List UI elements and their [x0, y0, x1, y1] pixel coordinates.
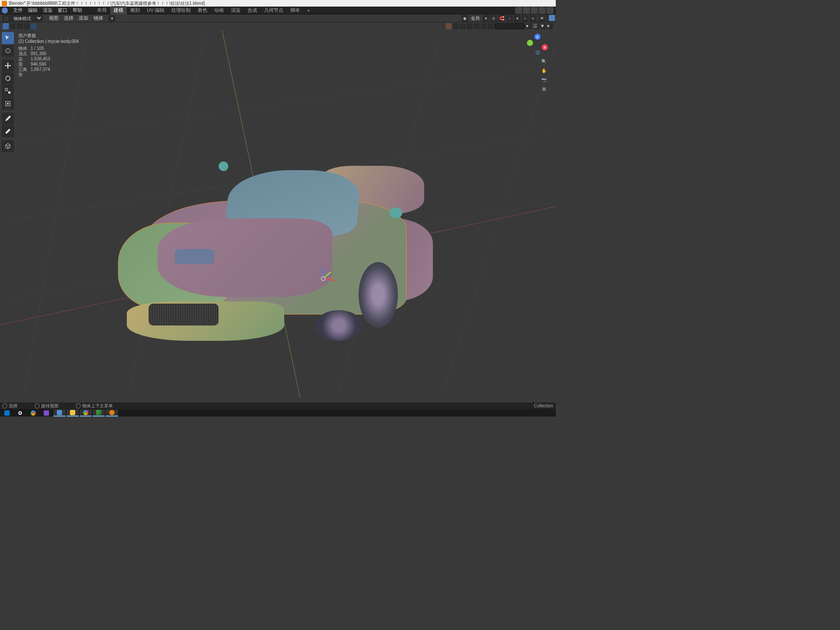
scene-button-icon[interactable] — [515, 7, 522, 14]
select-mode-5-icon[interactable] — [31, 23, 37, 29]
tool-move[interactable] — [2, 60, 14, 72]
header-object[interactable]: 物体 — [91, 14, 106, 22]
tool-rotate[interactable] — [2, 72, 14, 84]
tool-measure[interactable] — [2, 125, 14, 137]
start-button[interactable] — [1, 410, 13, 416]
car-3d-model[interactable] — [101, 157, 442, 350]
folder-icon — [70, 410, 75, 415]
mode-dropdown[interactable]: 物体模式 — [10, 15, 43, 21]
select-mode-1-icon[interactable] — [3, 23, 9, 29]
menu-edit[interactable]: 编辑 — [25, 6, 40, 14]
filter-dropdown-icon[interactable]: ▾ — [547, 23, 553, 29]
refresh-icon[interactable] — [539, 7, 546, 14]
tool-transform[interactable] — [2, 98, 14, 110]
nav-axis-x[interactable]: X — [542, 44, 548, 50]
workspace-shading[interactable]: 着色 — [194, 6, 211, 14]
select-mode-4-icon[interactable] — [24, 23, 30, 29]
navigation-gizmo[interactable]: Z X — [527, 34, 548, 55]
window-title-text: Blender* [F:\bbbbbblllllllll\工程文件！！！！！！！… — [9, 0, 205, 7]
workspace-compositing[interactable]: 合成 — [244, 6, 261, 14]
global-label[interactable]: 全局 — [469, 15, 481, 21]
perspective-label: 用户透视 — [18, 33, 79, 38]
wireframe-icon[interactable] — [474, 23, 480, 29]
transform-orientation-icon[interactable]: ◉ — [461, 15, 468, 22]
filter-funnel-icon[interactable]: ▼ — [540, 23, 546, 29]
proportional-icon[interactable]: ○ — [522, 15, 529, 22]
header-view[interactable]: 视图 — [46, 14, 61, 22]
perspective-toggle-icon[interactable]: ⊞ — [540, 85, 548, 93]
taskbar-app-2[interactable] — [40, 410, 52, 416]
select-mode-3-icon[interactable] — [17, 23, 23, 29]
taskbar-app-3[interactable] — [53, 410, 66, 416]
nav-axis-z[interactable]: Z — [534, 34, 540, 40]
workspace-animation[interactable]: 动画 — [211, 6, 227, 14]
taskbar-app-4[interactable] — [93, 410, 105, 416]
visibility-icon[interactable]: 👁 — [538, 15, 545, 22]
mouse-middle-icon — [35, 403, 39, 409]
taskbar-app-1[interactable] — [27, 410, 39, 416]
overlays-toggle-icon[interactable] — [460, 23, 466, 29]
menu-file[interactable]: 文件 — [10, 6, 25, 14]
search-input[interactable] — [495, 23, 525, 29]
transform-gizmo[interactable] — [312, 268, 334, 290]
menu-window[interactable]: 窗口 — [55, 6, 70, 14]
workspace-add[interactable]: + — [303, 7, 313, 14]
tool-cursor[interactable] — [2, 45, 14, 57]
maximize-area-icon[interactable] — [549, 15, 555, 21]
3d-viewport[interactable]: 用户透视 (1) Collection | mycar-body.004 物体1… — [0, 30, 556, 398]
shading-solid-icon[interactable] — [446, 23, 452, 29]
tool-scale[interactable] — [2, 85, 14, 97]
falloff-icon[interactable]: ∿ — [530, 15, 537, 22]
snap-icon[interactable]: 🧲 — [498, 15, 505, 22]
pan-icon[interactable]: ✋ — [540, 66, 548, 74]
pivot-icon[interactable]: ⊙ — [490, 15, 497, 22]
menu-render[interactable]: 渲染 — [40, 6, 55, 14]
scene-dropdown-icon[interactable]: ▾ — [526, 23, 532, 29]
app-icon — [96, 410, 101, 415]
search-button[interactable] — [14, 410, 26, 416]
gizmo-toggle-icon[interactable] — [453, 23, 459, 29]
snap-type-icon[interactable]: ▫ — [506, 15, 513, 22]
chevron-down-icon[interactable]: ▾ — [482, 15, 489, 22]
workspace-texture[interactable]: 纹理绘制 — [168, 6, 194, 14]
header-select[interactable]: 选择 — [61, 14, 76, 22]
workspace-rendering[interactable]: 渲染 — [227, 6, 244, 14]
gizmo-center[interactable] — [321, 276, 325, 281]
mouse-right-icon — [76, 403, 80, 409]
snap-dropdown-icon[interactable]: ▾ — [514, 15, 521, 22]
header-add[interactable]: 添加 — [76, 14, 91, 22]
gizmo-y-axis[interactable] — [324, 272, 331, 278]
zoom-icon[interactable]: 🔍 — [540, 57, 548, 65]
orientation-icon[interactable]: ▾ — [108, 15, 115, 22]
shading-mode-icon[interactable] — [481, 23, 487, 29]
workspace-uv[interactable]: UV 编辑 — [143, 6, 168, 14]
camera-view-icon[interactable]: 📷 — [540, 76, 548, 84]
search-taskbar-icon — [18, 411, 22, 415]
xray-toggle-icon[interactable] — [467, 23, 473, 29]
search-icon[interactable] — [488, 23, 494, 29]
app-icon — [31, 410, 36, 416]
taskbar-blender[interactable] — [106, 410, 118, 416]
nav-axis-negative[interactable] — [536, 50, 540, 55]
viewport-nav-buttons: 🔍 ✋ 📷 ⊞ — [540, 57, 548, 93]
workspace-modeling[interactable]: 建模 — [110, 6, 127, 14]
menu-help[interactable]: 帮助 — [70, 6, 85, 14]
workspace-scripting[interactable]: 脚本 — [287, 6, 303, 14]
select-mode-2-icon[interactable] — [10, 23, 16, 29]
nav-axis-y[interactable] — [527, 40, 533, 46]
editor-type-icon[interactable]: ⬚ — [3, 15, 10, 22]
workspace-layout[interactable]: 布局 — [94, 6, 110, 14]
taskbar-explorer[interactable] — [66, 410, 79, 416]
filter-list-icon[interactable]: ☰ — [533, 23, 539, 29]
blender-logo-icon[interactable] — [2, 7, 8, 14]
tool-add-cube[interactable] — [2, 140, 14, 152]
taskbar-chrome[interactable] — [80, 410, 92, 416]
status-collection: Collection — [534, 403, 553, 408]
power-icon[interactable] — [547, 7, 554, 14]
tool-annotate[interactable] — [2, 112, 14, 125]
status-bar: 选择 旋转视图 物体上下文菜单 Collection — [0, 402, 556, 409]
scene-new-icon[interactable] — [531, 7, 538, 14]
viewlayer-button-icon[interactable] — [523, 7, 530, 14]
workspace-geometry[interactable]: 几何节点 — [261, 6, 287, 14]
workspace-sculpting[interactable]: 雕刻 — [127, 6, 143, 14]
